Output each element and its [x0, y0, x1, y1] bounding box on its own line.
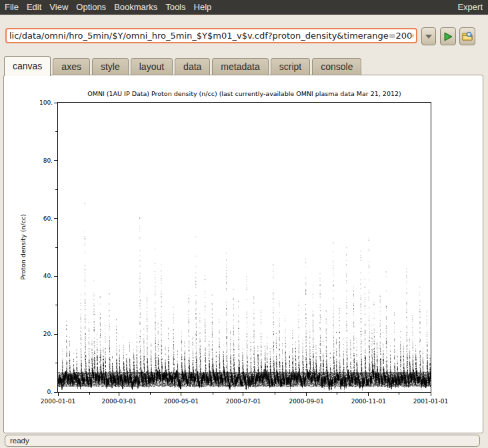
- tab-axes[interactable]: axes: [53, 58, 90, 75]
- y-major-tick: [54, 334, 57, 335]
- x-tick-label: 2000-11-01: [347, 398, 390, 405]
- menubar: File Edit View Options Bookmarks Tools H…: [0, 0, 488, 15]
- tab-script[interactable]: script: [271, 58, 310, 75]
- menu-help[interactable]: Help: [190, 0, 216, 15]
- plot-title: OMNI (1AU IP Data) Proton density (n/cc)…: [58, 90, 431, 97]
- uri-input[interactable]: [5, 28, 417, 43]
- x-minor-tick: [337, 393, 337, 395]
- canvas-panel: OMNI (1AU IP Data) Proton density (n/cc)…: [3, 75, 483, 433]
- y-major-tick: [54, 103, 57, 103]
- y-tick-label: 0.: [25, 389, 53, 395]
- tab-style[interactable]: style: [92, 58, 129, 75]
- menu-edit[interactable]: Edit: [23, 0, 45, 15]
- x-major-tick: [181, 393, 181, 396]
- x-tick-label: 2000-09-01: [285, 398, 328, 405]
- y-axis-label: Proton density (n/cc): [19, 181, 27, 314]
- x-major-tick: [119, 393, 119, 396]
- menu-file[interactable]: File: [0, 0, 23, 15]
- plot-data-canvas[interactable]: [58, 103, 431, 392]
- tab-metadata[interactable]: metadata: [212, 58, 268, 75]
- tab-data[interactable]: data: [175, 58, 210, 75]
- y-tick-label: 20.: [25, 331, 53, 337]
- play-icon: [443, 32, 453, 41]
- x-major-tick: [368, 393, 369, 396]
- x-tick-label: 2000-05-01: [160, 398, 203, 405]
- y-minor-tick: [55, 189, 57, 190]
- y-tick-label: 60.: [25, 215, 53, 222]
- y-tick-label: 100.: [25, 99, 53, 106]
- y-major-tick: [54, 160, 57, 161]
- menu-bookmarks[interactable]: Bookmarks: [110, 0, 161, 15]
- menu-options[interactable]: Options: [72, 0, 110, 15]
- y-major-tick: [54, 218, 57, 219]
- plot-frame: [57, 102, 431, 393]
- y-major-tick: [54, 392, 57, 393]
- tab-layout[interactable]: layout: [131, 58, 173, 75]
- menu-tools[interactable]: Tools: [161, 0, 189, 15]
- x-major-tick: [243, 393, 243, 396]
- x-minor-tick: [89, 393, 90, 395]
- x-tick-label: 2001-01-01: [409, 398, 452, 405]
- chevron-down-icon: [425, 35, 432, 39]
- y-tick-label: 40.: [25, 273, 53, 279]
- uri-dropdown-button[interactable]: [421, 27, 436, 45]
- y-minor-tick: [55, 247, 57, 248]
- x-tick-label: 2000-03-01: [98, 398, 141, 405]
- x-minor-tick: [399, 393, 399, 395]
- menu-view[interactable]: View: [45, 0, 72, 15]
- folder-search-icon: [462, 31, 473, 41]
- y-minor-tick: [55, 363, 57, 363]
- plot-area: OMNI (1AU IP Data) Proton density (n/cc)…: [4, 75, 483, 433]
- x-minor-tick: [150, 393, 151, 395]
- status-bar: ready: [0, 433, 488, 448]
- x-tick-label: 2000-01-01: [37, 398, 79, 405]
- y-major-tick: [54, 276, 57, 277]
- tab-console[interactable]: console: [312, 58, 361, 75]
- expert-mode-label[interactable]: Expert: [452, 0, 488, 15]
- address-toolbar: [0, 15, 488, 53]
- inspect-uri-button[interactable]: [459, 27, 475, 45]
- x-major-tick: [431, 393, 431, 396]
- x-minor-tick: [213, 393, 213, 395]
- status-message: ready: [5, 435, 480, 447]
- go-plot-button[interactable]: [440, 27, 456, 45]
- x-major-tick: [58, 393, 59, 396]
- y-minor-tick: [55, 131, 57, 132]
- y-tick-label: 80.: [25, 157, 53, 164]
- x-major-tick: [306, 393, 307, 396]
- x-minor-tick: [275, 393, 275, 395]
- y-minor-tick: [55, 305, 57, 305]
- tab-bar: canvas axes style layout data metadata s…: [0, 55, 488, 75]
- tab-canvas[interactable]: canvas: [4, 56, 51, 76]
- x-tick-label: 2000-07-01: [222, 398, 265, 405]
